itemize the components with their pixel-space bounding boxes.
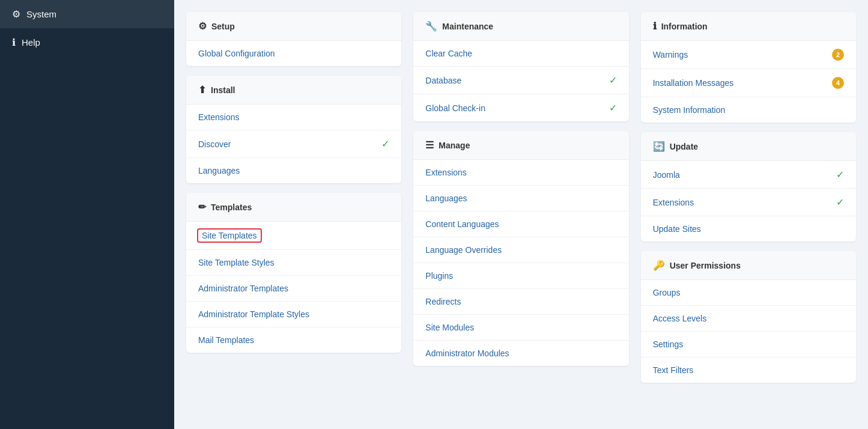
link-administrator-modules[interactable]: Administrator Modules (425, 348, 509, 358)
link-site-templates[interactable]: Site Templates (198, 230, 261, 242)
link-redirects[interactable]: Redirects (425, 297, 461, 306)
card-header-icon-manage: ☰ (425, 139, 434, 151)
card-item-site-templates: Site Templates (186, 222, 401, 250)
card-install: ⬆InstallExtensionsDiscover✓Languages (186, 76, 401, 183)
sidebar-item-label: Help (22, 37, 40, 47)
link-joomla[interactable]: Joomla (653, 170, 680, 180)
card-header-icon-information: ℹ (653, 20, 657, 32)
card-header-label-maintenance: Maintenance (442, 22, 493, 31)
link-administrator-templates[interactable]: Administrator Templates (198, 284, 288, 293)
column-col2: 🔧MaintenanceClear CacheDatabase✓Global C… (413, 12, 628, 383)
link-access-levels[interactable]: Access Levels (653, 314, 706, 323)
sidebar: ⚙ System ℹ Help (0, 0, 174, 429)
main-content: ⚙SetupGlobal Configuration⬆InstallExtens… (174, 0, 868, 429)
card-item-access-levels: Access Levels (641, 306, 856, 332)
sidebar-item-help[interactable]: ℹ Help (0, 28, 174, 56)
card-item-administrator-templates: Administrator Templates (186, 276, 401, 302)
card-item-database: Database✓ (413, 67, 628, 94)
link-text-filters[interactable]: Text Filters (653, 365, 694, 375)
card-item-language-overrides: Language Overrides (413, 237, 628, 263)
link-plugins[interactable]: Plugins (425, 271, 453, 281)
link-extensions-install[interactable]: Extensions (198, 112, 239, 122)
sidebar-item-system[interactable]: ⚙ System (0, 0, 174, 28)
link-languages-manage[interactable]: Languages (425, 193, 467, 203)
card-item-extensions-update: Extensions✓ (641, 189, 856, 216)
link-system-information[interactable]: System Information (653, 105, 726, 115)
link-settings[interactable]: Settings (653, 339, 684, 349)
card-item-warnings: Warnings2 (641, 41, 856, 69)
link-extensions-manage[interactable]: Extensions (425, 168, 466, 177)
link-warnings[interactable]: Warnings (653, 50, 688, 59)
link-languages-install[interactable]: Languages (198, 166, 240, 175)
card-header-templates: ✏Templates (186, 193, 401, 222)
card-header-manage: ☰Manage (413, 131, 628, 160)
badge-installation-messages: 4 (832, 77, 844, 89)
card-header-label-manage: Manage (439, 141, 470, 150)
card-header-update: 🔄Update (641, 132, 856, 161)
card-header-label-install: Install (211, 85, 235, 95)
check-icon-database: ✓ (609, 75, 617, 86)
link-discover[interactable]: Discover (198, 139, 231, 149)
card-header-information: ℹInformation (641, 12, 856, 41)
card-header-user-permissions: 🔑User Permissions (641, 251, 856, 280)
card-item-global-config: Global Configuration (186, 41, 401, 66)
card-header-icon-templates: ✏ (198, 201, 206, 213)
card-item-content-languages: Content Languages (413, 211, 628, 237)
link-administrator-template-styles[interactable]: Administrator Template Styles (198, 309, 309, 319)
link-groups[interactable]: Groups (653, 288, 681, 297)
card-item-extensions-manage: Extensions (413, 160, 628, 186)
card-item-extensions-install: Extensions (186, 105, 401, 130)
card-header-setup: ⚙Setup (186, 12, 401, 41)
card-header-label-update: Update (670, 142, 698, 151)
link-language-overrides[interactable]: Language Overrides (425, 245, 502, 255)
card-item-global-checkin: Global Check-in✓ (413, 94, 628, 121)
card-header-icon-user-permissions: 🔑 (653, 260, 665, 271)
link-site-modules[interactable]: Site Modules (425, 323, 474, 332)
card-item-redirects: Redirects (413, 289, 628, 315)
card-item-groups: Groups (641, 280, 856, 306)
link-extensions-update[interactable]: Extensions (653, 198, 694, 207)
card-item-installation-messages: Installation Messages4 (641, 69, 856, 97)
check-icon-global-checkin: ✓ (609, 102, 617, 114)
card-header-install: ⬆Install (186, 76, 401, 105)
card-item-update-sites: Update Sites (641, 216, 856, 242)
link-content-languages[interactable]: Content Languages (425, 219, 499, 229)
card-user-permissions: 🔑User PermissionsGroupsAccess LevelsSett… (641, 251, 856, 383)
card-header-maintenance: 🔧Maintenance (413, 12, 628, 41)
card-maintenance: 🔧MaintenanceClear CacheDatabase✓Global C… (413, 12, 628, 121)
check-icon-joomla: ✓ (836, 169, 844, 180)
card-templates: ✏TemplatesSite TemplatesSite Template St… (186, 193, 401, 353)
link-site-template-styles[interactable]: Site Template Styles (198, 258, 275, 267)
card-item-administrator-template-styles: Administrator Template Styles (186, 302, 401, 327)
card-header-icon-update: 🔄 (653, 141, 665, 152)
column-col1: ⚙SetupGlobal Configuration⬆InstallExtens… (186, 12, 401, 383)
card-item-languages-install: Languages (186, 158, 401, 183)
card-update: 🔄UpdateJoomla✓Extensions✓Update Sites (641, 132, 856, 242)
card-header-label-user-permissions: User Permissions (670, 261, 741, 270)
card-setup: ⚙SetupGlobal Configuration (186, 12, 401, 66)
column-col3: ℹInformationWarnings2Installation Messag… (641, 12, 856, 383)
card-item-languages-manage: Languages (413, 186, 628, 211)
card-item-settings: Settings (641, 332, 856, 358)
card-header-label-information: Information (661, 22, 708, 31)
link-mail-templates[interactable]: Mail Templates (198, 335, 254, 345)
card-item-administrator-modules: Administrator Modules (413, 341, 628, 366)
card-header-icon-maintenance: 🔧 (425, 20, 437, 32)
check-icon-extensions-update: ✓ (836, 196, 844, 208)
card-item-plugins: Plugins (413, 263, 628, 289)
card-item-text-filters: Text Filters (641, 358, 856, 383)
badge-warnings: 2 (832, 49, 844, 61)
card-item-site-template-styles: Site Template Styles (186, 250, 401, 276)
card-header-icon-install: ⬆ (198, 84, 206, 96)
link-installation-messages[interactable]: Installation Messages (653, 78, 734, 88)
link-update-sites[interactable]: Update Sites (653, 224, 701, 234)
link-global-config[interactable]: Global Configuration (198, 49, 275, 58)
card-item-discover: Discover✓ (186, 130, 401, 158)
card-header-label-templates: Templates (211, 202, 252, 212)
card-item-mail-templates: Mail Templates (186, 327, 401, 353)
link-clear-cache[interactable]: Clear Cache (425, 49, 472, 58)
link-global-checkin[interactable]: Global Check-in (425, 103, 485, 113)
card-item-joomla: Joomla✓ (641, 161, 856, 189)
card-information: ℹInformationWarnings2Installation Messag… (641, 12, 856, 123)
link-database[interactable]: Database (425, 76, 461, 85)
